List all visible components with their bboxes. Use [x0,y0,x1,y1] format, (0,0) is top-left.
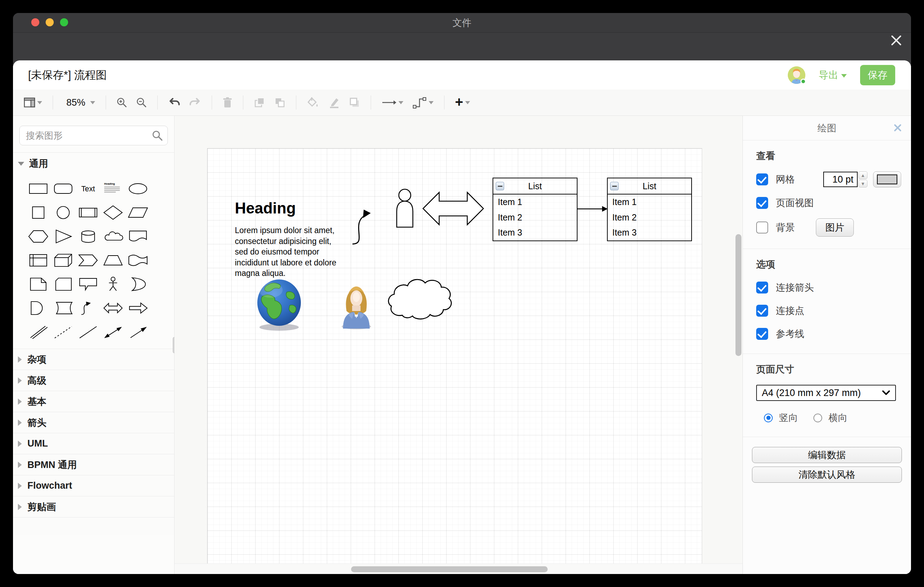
background-image-button[interactable]: 图片 [816,218,854,237]
sidebar-section-bpmn[interactable]: BPMN 通用 [13,454,174,475]
shape-hexagon[interactable] [26,224,51,248]
shape-curve[interactable] [76,296,101,320]
sidebar-section-clipart[interactable]: 剪贴画 [13,496,174,517]
sidebar-section-flowchart[interactable]: Flowchart [13,475,174,496]
zoom-out-button[interactable] [134,96,149,109]
shape-parallelogram[interactable] [125,201,150,224]
shape-tape[interactable] [125,248,150,272]
shape-callout[interactable] [76,272,101,296]
list-item[interactable]: Item 3 [493,225,577,241]
shape-document[interactable] [125,224,150,248]
sidebar-section-misc[interactable]: 杂项 [13,349,174,370]
canvas-list-1[interactable]: List Item 1Item 2Item 3 [493,178,578,241]
list-item[interactable]: Item 1 [608,195,691,210]
shape-or[interactable] [125,272,150,296]
line-color-button[interactable] [326,96,342,110]
shape-process[interactable] [76,201,101,224]
redo-button[interactable] [187,96,203,109]
shape-data-storage[interactable] [51,296,76,320]
page-size-select[interactable]: A4 (210 mm x 297 mm) [756,385,896,401]
to-back-button[interactable] [272,96,287,110]
connection-points-checkbox[interactable] [756,305,768,317]
list-item[interactable]: Item 3 [608,225,691,241]
edit-data-button[interactable]: 编辑数据 [752,447,902,463]
sidebar-section-basic[interactable]: 基本 [13,391,174,412]
zoom-level-dropdown[interactable]: 85% [61,96,97,110]
grid-checkbox[interactable] [756,173,768,185]
shadow-button[interactable] [347,96,362,110]
shape-and[interactable] [26,296,51,320]
zoom-in-button[interactable] [114,96,129,109]
shape-textbox[interactable]: Heading [101,176,125,201]
export-button[interactable]: 导出 [819,68,847,82]
fill-color-button[interactable] [305,96,321,110]
shape-directional-connector[interactable] [125,320,150,344]
shape-note[interactable] [26,272,51,296]
sidebar-section-advanced[interactable]: 高级 [13,370,174,391]
search-input[interactable] [19,126,168,145]
grid-size-input[interactable] [823,171,858,187]
shape-link[interactable] [26,320,51,344]
grid-size-stepper[interactable]: ▲ ▼ [858,171,868,188]
canvas-paragraph-text[interactable]: Lorem ipsum dolor sit amet, consectetur … [235,225,342,279]
shape-trapezoid[interactable] [101,248,125,272]
stepper-up-icon[interactable]: ▲ [858,171,868,179]
shape-circle[interactable] [51,201,76,224]
canvas-woman-clipart[interactable] [338,284,375,329]
to-front-button[interactable] [252,96,267,110]
undo-button[interactable] [166,96,182,109]
grid-color-button[interactable] [873,171,901,188]
stepper-down-icon[interactable]: ▼ [858,180,868,188]
shape-actor[interactable] [101,272,125,296]
list-item[interactable]: Item 2 [493,210,577,225]
save-button[interactable]: 保存 [860,65,895,85]
list-item[interactable]: Item 2 [608,210,691,225]
canvas-curve-arrow[interactable] [348,205,383,247]
vertical-scrollbar[interactable] [736,234,741,356]
canvas-list-2[interactable]: List Item 1Item 2Item 3 [607,178,692,241]
canvas-globe-clipart[interactable] [254,278,304,331]
maximize-traffic-button[interactable] [60,18,68,26]
shape-card[interactable] [51,272,76,296]
background-checkbox[interactable] [756,221,768,234]
user-avatar[interactable] [788,66,805,84]
horizontal-scrollbar-track[interactable] [175,564,742,574]
connection-style-button[interactable] [380,97,406,107]
close-traffic-button[interactable] [31,18,39,26]
shape-rounded-rectangle[interactable] [51,176,76,201]
shape-line[interactable] [76,320,101,344]
panel-close-icon[interactable] [893,123,903,135]
canvas-heading-text[interactable]: Heading [235,200,296,217]
canvas-connector-arrow[interactable] [578,204,608,214]
collapse-minus-icon[interactable] [610,182,619,190]
shape-cloud[interactable] [101,224,125,248]
shape-bidirectional-arrow[interactable] [101,296,125,320]
portrait-radio[interactable] [764,414,773,422]
delete-button[interactable] [221,96,234,110]
shape-cylinder[interactable] [76,224,101,248]
minimize-traffic-button[interactable] [46,18,54,26]
drawing-canvas[interactable]: Heading Lorem ipsum dolor sit amet, cons… [175,116,742,574]
sidebar-section-arrows[interactable]: 箭头 [13,412,174,433]
canvas-actor-shape[interactable] [392,188,418,228]
sidebar-section-general[interactable]: 通用 [13,153,174,175]
page-view-checkbox[interactable] [756,197,768,209]
canvas-bidirectional-arrow-shape[interactable] [422,187,485,230]
insert-button[interactable]: + [453,95,472,110]
clear-default-style-button[interactable]: 清除默认风格 [752,467,902,483]
shape-cube[interactable] [51,248,76,272]
guides-checkbox[interactable] [756,328,768,340]
shape-bidirectional-connector[interactable] [101,320,125,344]
close-icon[interactable] [889,33,903,48]
shape-triangle[interactable] [51,224,76,248]
waypoint-style-button[interactable] [411,95,436,110]
shape-internal-storage[interactable] [26,248,51,272]
horizontal-scrollbar-thumb[interactable] [351,566,548,572]
collapse-minus-icon[interactable] [496,182,504,190]
connection-arrows-checkbox[interactable] [756,282,768,294]
shape-text[interactable]: Text [76,176,101,201]
shape-ellipse[interactable] [125,176,150,201]
sidebar-section-uml[interactable]: UML [13,433,174,454]
shape-diamond[interactable] [101,201,125,224]
shape-square[interactable] [26,201,51,224]
